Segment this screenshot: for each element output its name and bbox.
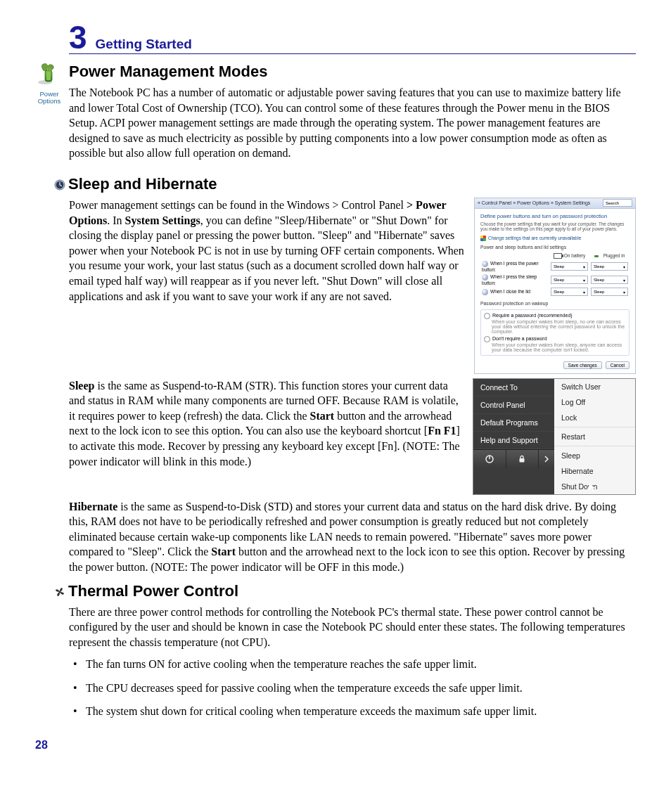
startmenu-right-item: Log Off xyxy=(554,394,635,410)
startmenu-left-item: Control Panel xyxy=(473,397,554,414)
svg-rect-4 xyxy=(49,68,51,71)
svg-rect-3 xyxy=(47,68,49,71)
battery-icon xyxy=(554,253,562,259)
heading-thermal: Thermal Power Control xyxy=(69,582,636,600)
shield-icon xyxy=(480,236,486,241)
thermal-bullet-list: The fan turns ON for active cooling when… xyxy=(69,657,636,719)
settings-group1: Power and sleep buttons and lid settings xyxy=(480,245,630,250)
radio-icon xyxy=(484,313,490,319)
sleep-button-icon xyxy=(482,274,488,281)
system-settings-window: « Control Panel » Power Options » System… xyxy=(474,198,636,374)
fan-icon xyxy=(53,586,66,598)
startmenu-left-item: Help and Support xyxy=(473,432,554,449)
startmenu-right-item: Sleep xyxy=(554,448,635,463)
svg-rect-2 xyxy=(46,72,51,80)
thermal-bullet: The system shut down for critical coolin… xyxy=(69,704,636,719)
chapter-number: 3 xyxy=(69,21,87,53)
chevron-right-icon xyxy=(539,450,554,468)
settings-search: Search xyxy=(603,199,632,207)
page-number: 28 xyxy=(35,739,636,752)
start-menu-figure: Connect To Control Panel Default Program… xyxy=(473,378,636,495)
radio-icon xyxy=(484,336,490,342)
clock-icon xyxy=(53,179,66,191)
heading-sleep-hibernate: Sleep and Hibernate xyxy=(69,175,636,193)
startmenu-right-item: Lock xyxy=(554,410,635,425)
power-options-icon: Power Options xyxy=(35,61,63,105)
chapter-title: Getting Started xyxy=(96,37,192,52)
svg-rect-9 xyxy=(520,458,525,463)
settings-breadcrumb: « Control Panel » Power Options » System… xyxy=(478,200,590,205)
power-options-label: Power Options xyxy=(35,91,63,105)
startmenu-right-item: Restart xyxy=(554,429,635,444)
power-button-icon xyxy=(482,261,488,267)
svg-point-10 xyxy=(59,591,61,593)
para-thermal-intro: There are three power control methods fo… xyxy=(69,605,636,650)
lock-icon xyxy=(506,450,539,468)
settings-group2: Password protection on wakeup xyxy=(480,301,630,306)
startmenu-right-item: Shut Down xyxy=(554,479,635,494)
power-icon xyxy=(473,450,506,468)
lid-icon xyxy=(482,289,488,295)
startmenu-left-item: Connect To xyxy=(473,379,554,397)
startmenu-left-item: Default Programs xyxy=(473,414,554,432)
thermal-bullet: The CPU decreases speed for passive cool… xyxy=(69,681,636,696)
thermal-bullet: The fan turns ON for active cooling when… xyxy=(69,657,636,672)
save-changes-button: Save changes xyxy=(563,361,602,369)
settings-sub: Choose the power settings that you want … xyxy=(480,221,630,231)
para-sleep-3: Hibernate is the same as Suspend-to-Disk… xyxy=(69,499,636,575)
cancel-button: Cancel xyxy=(606,361,630,369)
heading-power-management: Power Management Modes xyxy=(69,63,636,81)
settings-lead: Define power buttons and turn on passwor… xyxy=(480,213,630,219)
para-power-management: The Notebook PC has a number of automati… xyxy=(69,85,636,161)
startmenu-right-item: Hibernate xyxy=(554,463,635,479)
plug-icon xyxy=(594,253,601,259)
settings-change-link: Change settings that are currently unava… xyxy=(480,236,630,241)
startmenu-right-item: Switch User xyxy=(554,379,635,394)
chapter-header: 3 Getting Started xyxy=(69,21,636,54)
